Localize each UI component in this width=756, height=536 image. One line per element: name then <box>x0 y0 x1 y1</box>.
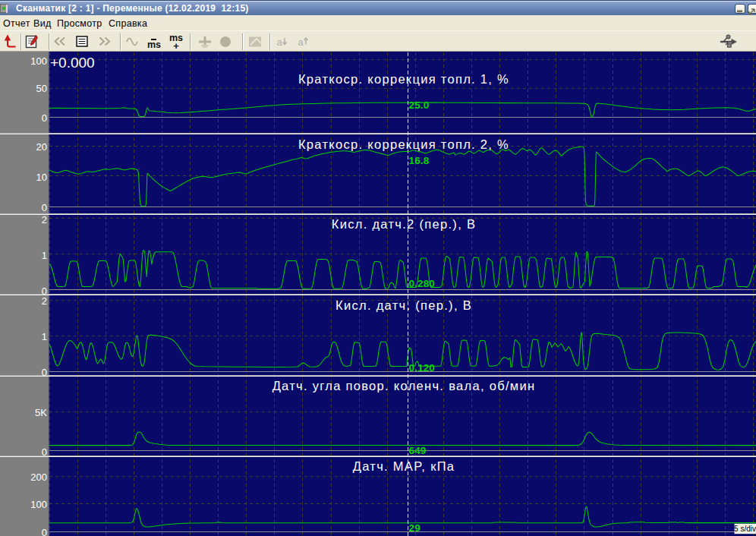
svg-text:16.8: 16.8 <box>409 155 430 166</box>
svg-text:Краткоср. коррекция топл. 2, %: Краткоср. коррекция топл. 2, % <box>298 137 509 151</box>
svg-text:Краткоср. коррекция топл. 1, %: Краткоср. коррекция топл. 1, % <box>298 72 509 86</box>
svg-text:5K: 5K <box>35 407 47 418</box>
svg-text:25.0: 25.0 <box>409 99 430 111</box>
svg-text:0: 0 <box>42 202 47 213</box>
svg-text:1: 1 <box>42 250 47 261</box>
svg-text:0: 0 <box>42 367 47 378</box>
svg-text:a: a <box>298 36 304 48</box>
svg-text:+: + <box>173 40 179 52</box>
svg-text:ms: ms <box>147 39 161 50</box>
svg-text:2: 2 <box>42 295 47 307</box>
svg-text:2: 2 <box>42 214 47 225</box>
svg-text:50: 50 <box>36 83 47 94</box>
svg-text:Датч. MAP, кПа: Датч. MAP, кПа <box>353 459 455 473</box>
svg-text:Кисл. датч.2 (пер.), В: Кисл. датч.2 (пер.), В <box>332 217 476 231</box>
svg-text:1: 1 <box>42 331 47 342</box>
svg-text:0: 0 <box>42 112 47 124</box>
svg-text:a: a <box>276 36 282 48</box>
svg-text:29: 29 <box>409 522 421 534</box>
svg-text:0.280: 0.280 <box>409 278 436 289</box>
svg-text:0.120: 0.120 <box>409 362 436 374</box>
svg-text:5 s/div: 5 s/div <box>734 525 756 533</box>
svg-text:20: 20 <box>36 141 47 153</box>
svg-text:0: 0 <box>42 527 47 536</box>
svg-text:200: 200 <box>30 471 47 483</box>
svg-text:100: 100 <box>30 55 47 67</box>
svg-text:Датч. угла повор. коленч. вала: Датч. угла повор. коленч. вала, об/мин <box>272 379 536 393</box>
svg-text:0: 0 <box>42 446 47 458</box>
svg-text:+0.000: +0.000 <box>50 55 95 71</box>
svg-text:100: 100 <box>30 499 47 510</box>
svg-text:649: 649 <box>409 445 427 456</box>
svg-text:10: 10 <box>36 172 47 183</box>
svg-text:Кисл. датч. (пер.), В: Кисл. датч. (пер.), В <box>335 298 472 312</box>
